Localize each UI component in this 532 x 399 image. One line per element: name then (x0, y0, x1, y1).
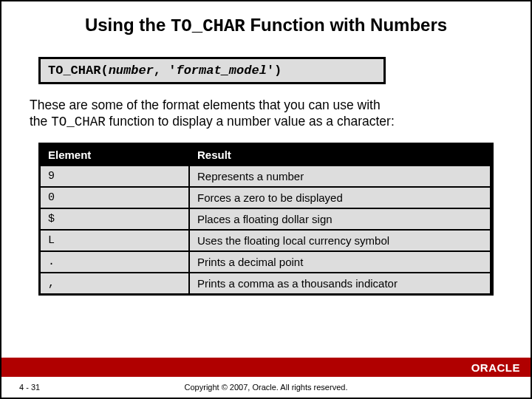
table-row: L Uses the floating local currency symbo… (41, 230, 491, 251)
syntax-sep: , ' (154, 64, 177, 78)
title-pre: Using the (85, 15, 171, 35)
cell-result: Forces a zero to be displayed (189, 187, 491, 208)
intro-code: TO_CHAR (51, 115, 106, 129)
cell-result: Uses the floating local currency symbol (189, 230, 491, 251)
footer-bar: ORACLE (1, 358, 531, 377)
cell-element: 9 (41, 166, 189, 187)
cell-element: L (41, 230, 189, 251)
syntax-arg2: format_model (176, 64, 266, 78)
cell-result: Places a floating dollar sign (189, 208, 491, 230)
cell-element: 0 (41, 187, 189, 208)
intro-line1: These are some of the format elements th… (30, 98, 381, 112)
slide: Using the TO_CHAR Function with Numbers … (1, 1, 531, 398)
intro-line2a: the (30, 114, 51, 129)
syntax-box: TO_CHAR(number, 'format_model') (38, 57, 386, 84)
syntax-close: ') (267, 64, 282, 78)
copyright-text: Copyright © 2007, Oracle. All rights res… (1, 383, 531, 392)
format-table: Element Result 9 Represents a number 0 F… (41, 145, 491, 293)
header-element: Element (41, 145, 189, 166)
cell-result: Represents a number (189, 166, 491, 187)
table-row: , Prints a comma as a thousands indicato… (41, 273, 491, 293)
cell-result: Prints a comma as a thousands indicator (189, 273, 491, 293)
table-row: . Prints a decimal point (41, 251, 491, 273)
format-table-wrap: Element Result 9 Represents a number 0 F… (38, 143, 494, 296)
intro-line2b: function to display a number value as a … (106, 114, 395, 129)
slide-title: Using the TO_CHAR Function with Numbers (1, 1, 531, 44)
table-row: 9 Represents a number (41, 166, 491, 187)
title-post: Function with Numbers (245, 15, 447, 35)
header-result: Result (189, 145, 491, 166)
table-header-row: Element Result (41, 145, 491, 166)
table-row: 0 Forces a zero to be displayed (41, 187, 491, 208)
cell-element: . (41, 251, 189, 273)
cell-element: , (41, 273, 189, 293)
syntax-arg1: number (109, 64, 154, 78)
intro-text: These are some of the format elements th… (1, 93, 531, 131)
syntax-fn: TO_CHAR( (48, 64, 109, 78)
title-code: TO_CHAR (171, 16, 245, 36)
cell-result: Prints a decimal point (189, 251, 491, 273)
cell-element: $ (41, 208, 189, 230)
brand-logo: ORACLE (471, 361, 520, 374)
table-row: $ Places a floating dollar sign (41, 208, 491, 230)
